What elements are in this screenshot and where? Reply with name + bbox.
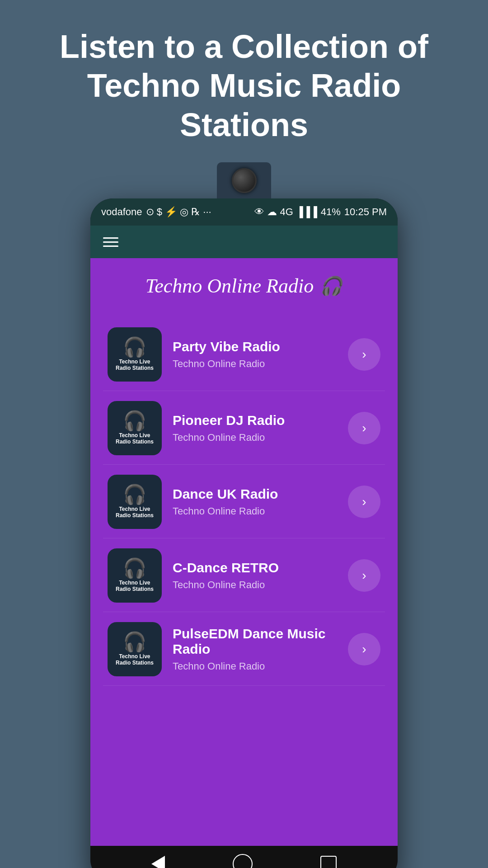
station-name-4: C-Dance RETRO: [173, 560, 337, 576]
menu-button[interactable]: [103, 237, 118, 247]
status-icons: 👁 ☁ 4G ▐▐▐: [254, 206, 317, 218]
station-name-1: Party Vibe Radio: [173, 339, 337, 354]
station-logo-1: 🎧 Techno LiveRadio Stations: [108, 327, 162, 382]
station-item-4[interactable]: 🎧 Techno LiveRadio Stations C-Dance RETR…: [103, 539, 385, 612]
station-item-1[interactable]: 🎧 Techno LiveRadio Stations Party Vibe R…: [103, 318, 385, 391]
app-title-text: Techno Online Radio: [145, 274, 314, 297]
headphones-icon: 🎧: [320, 275, 343, 297]
logo-text-4: Techno LiveRadio Stations: [116, 580, 154, 593]
phone-bottom-bar: [90, 846, 398, 868]
app-title: Techno Online Radio 🎧: [99, 274, 389, 297]
app-title-bar: Techno Online Radio 🎧: [90, 258, 398, 314]
station-logo-4: 🎧 Techno LiveRadio Stations: [108, 548, 162, 603]
app-content: Techno Online Radio 🎧 🎧 Techno LiveRadio…: [90, 258, 398, 846]
station-info-2: Pioneer DJ Radio Techno Online Radio: [173, 413, 337, 443]
station-info-5: PulseEDM Dance Music Radio Techno Online…: [173, 626, 337, 672]
logo-text-1: Techno LiveRadio Stations: [116, 359, 154, 372]
logo-text-3: Techno LiveRadio Stations: [116, 506, 154, 519]
station-arrow-5[interactable]: ›: [348, 633, 380, 665]
station-arrow-2[interactable]: ›: [348, 412, 380, 444]
station-info-4: C-Dance RETRO Techno Online Radio: [173, 560, 337, 591]
app-toolbar: [90, 226, 398, 258]
station-item-2[interactable]: 🎧 Techno LiveRadio Stations Pioneer DJ R…: [103, 392, 385, 465]
chevron-right-icon-2: ›: [362, 421, 366, 435]
station-logo-5: 🎧 Techno LiveRadio Stations: [108, 622, 162, 676]
hamburger-line-3: [103, 245, 118, 247]
chevron-right-icon-4: ›: [362, 568, 366, 583]
camera-bump: [217, 162, 271, 198]
logo-headphones-icon-4: 🎧: [123, 559, 146, 578]
station-arrow-1[interactable]: ›: [348, 338, 380, 371]
logo-headphones-icon-1: 🎧: [123, 338, 146, 357]
station-logo-2: 🎧 Techno LiveRadio Stations: [108, 401, 162, 455]
stations-list: 🎧 Techno LiveRadio Stations Party Vibe R…: [90, 314, 398, 690]
nav-back-button[interactable]: [151, 856, 165, 868]
phone-body: vodafone ⊙ $ ⚡ ◎ ℞ ··· 👁 ☁ 4G ▐▐▐ 41% 10…: [90, 198, 398, 868]
station-item-3[interactable]: 🎧 Techno LiveRadio Stations Dance UK Rad…: [103, 466, 385, 538]
chevron-right-icon-5: ›: [362, 642, 366, 656]
logo-headphones-icon-3: 🎧: [123, 485, 146, 504]
station-arrow-3[interactable]: ›: [348, 486, 380, 518]
logo-headphones-icon-2: 🎧: [123, 411, 146, 430]
station-info-1: Party Vibe Radio Techno Online Radio: [173, 339, 337, 370]
station-subtitle-2: Techno Online Radio: [173, 432, 337, 443]
phone-container: vodafone ⊙ $ ⚡ ◎ ℞ ··· 👁 ☁ 4G ▐▐▐ 41% 10…: [90, 162, 398, 868]
page-header: Listen to a Collection of Techno Music R…: [0, 0, 488, 162]
hamburger-line-2: [103, 241, 118, 243]
status-bar: vodafone ⊙ $ ⚡ ◎ ℞ ··· 👁 ☁ 4G ▐▐▐ 41% 10…: [90, 198, 398, 226]
station-info-3: Dance UK Radio Techno Online Radio: [173, 486, 337, 517]
station-logo-3: 🎧 Techno LiveRadio Stations: [108, 475, 162, 529]
station-name-2: Pioneer DJ Radio: [173, 413, 337, 428]
logo-headphones-icon-5: 🎧: [123, 632, 146, 651]
page-title: Listen to a Collection of Techno Music R…: [36, 27, 452, 144]
station-name-5: PulseEDM Dance Music Radio: [173, 626, 337, 657]
camera-lens: [232, 168, 257, 193]
nav-home-button[interactable]: [233, 854, 253, 868]
station-name-3: Dance UK Radio: [173, 486, 337, 502]
station-arrow-4[interactable]: ›: [348, 559, 380, 592]
station-subtitle-1: Techno Online Radio: [173, 358, 337, 370]
station-subtitle-3: Techno Online Radio: [173, 505, 337, 517]
chevron-right-icon-1: ›: [362, 347, 366, 362]
nav-recents-button[interactable]: [320, 856, 337, 868]
station-subtitle-4: Techno Online Radio: [173, 579, 337, 591]
station-item-5[interactable]: 🎧 Techno LiveRadio Stations PulseEDM Dan…: [103, 613, 385, 686]
carrier-text: vodafone: [101, 206, 142, 218]
hamburger-line-1: [103, 237, 118, 239]
logo-text-5: Techno LiveRadio Stations: [116, 653, 154, 666]
station-subtitle-5: Techno Online Radio: [173, 660, 337, 672]
chevron-right-icon-3: ›: [362, 495, 366, 509]
carrier-icons: ⊙ $ ⚡ ◎ ℞ ···: [146, 206, 211, 218]
battery-text: 41%: [321, 206, 341, 218]
logo-text-2: Techno LiveRadio Stations: [116, 432, 154, 445]
time-text: 10:25 PM: [344, 206, 387, 218]
